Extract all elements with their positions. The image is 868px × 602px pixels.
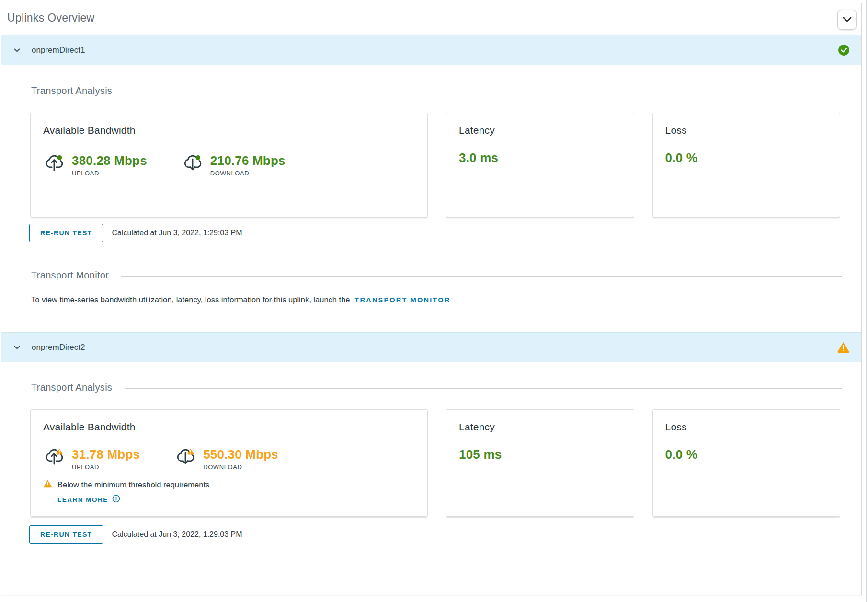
rerun-row: RE-RUN TEST Calculated at Jun 3, 2022, 1… <box>29 224 861 242</box>
upload-value: 31.78 Mbps <box>72 447 140 462</box>
cloud-download-icon <box>174 445 196 471</box>
uplink-row-onpremdirect2[interactable]: onpremDirect2 <box>1 332 861 362</box>
loss-value: 0.0 % <box>665 447 828 462</box>
page-title: Uplinks Overview <box>7 10 94 24</box>
calculated-at-text: Calculated at Jun 3, 2022, 1:29:03 PM <box>112 530 242 539</box>
transport-monitor-text: To view time-series bandwidth utilizatio… <box>31 295 833 304</box>
calculated-at-text: Calculated at Jun 3, 2022, 1:29:03 PM <box>112 229 242 237</box>
bandwidth-warning-row: Below the minimum threshold requirements <box>43 479 415 490</box>
section-title: Transport Monitor <box>31 270 109 281</box>
uplink-name: onpremDirect2 <box>32 343 85 352</box>
latency-value: 3.0 ms <box>459 150 621 165</box>
latency-card: Latency 3.0 ms <box>446 113 634 217</box>
cloud-upload-icon <box>43 445 65 471</box>
download-label: DOWNLOAD <box>203 463 278 471</box>
heading-rule <box>125 92 842 92</box>
upload-label: UPLOAD <box>72 463 140 471</box>
learn-more-link[interactable]: LEARN MORE <box>57 496 108 503</box>
warning-triangle-icon <box>43 479 52 490</box>
monitor-description: To view time-series bandwidth utilizatio… <box>31 295 350 304</box>
heading-rule <box>125 388 842 389</box>
transport-monitor-heading: Transport Monitor <box>31 270 842 281</box>
warning-message: Below the minimum threshold requirements <box>57 480 209 489</box>
loss-card: Loss 0.0 % <box>652 113 841 217</box>
learn-more-row: LEARN MORE <box>57 495 415 505</box>
rerun-row: RE-RUN TEST Calculated at Jun 3, 2022, 1… <box>29 525 861 544</box>
rerun-test-button[interactable]: RE-RUN TEST <box>29 224 103 242</box>
status-dot <box>195 155 200 160</box>
latency-value: 105 ms <box>459 447 621 462</box>
cloud-upload-icon <box>43 151 65 177</box>
info-circle-icon[interactable] <box>112 495 120 505</box>
upload-label: UPLOAD <box>72 170 147 177</box>
card-title: Latency <box>459 421 621 433</box>
card-title: Latency <box>459 125 621 136</box>
transport-analysis-heading: Transport Analysis <box>31 85 842 96</box>
download-value: 210.76 Mbps <box>210 153 286 168</box>
card-title: Available Bandwidth <box>43 125 415 136</box>
upload-value: 380.28 Mbps <box>72 153 147 168</box>
section-title: Transport Analysis <box>31 85 112 96</box>
card-title: Available Bandwidth <box>43 421 415 433</box>
success-check-icon <box>838 44 850 56</box>
status-dot <box>57 155 62 160</box>
transport-analysis-cards: Available Bandwidth <box>30 409 840 517</box>
download-value: 550.30 Mbps <box>203 447 278 462</box>
heading-rule <box>121 276 842 277</box>
panel-header: Uplinks Overview <box>1 3 861 35</box>
download-metric: 210.76 Mbps DOWNLOAD <box>182 151 286 177</box>
latency-card: Latency 105 ms <box>446 409 634 517</box>
uplinks-overview-panel: Uplinks Overview onpremDirect1 Transport… <box>1 3 862 595</box>
upload-metric: 380.28 Mbps UPLOAD <box>43 151 147 177</box>
chevron-down-icon <box>14 48 20 52</box>
scroll-edge-line <box>866 0 867 602</box>
upload-metric: 31.78 Mbps UPLOAD <box>43 445 140 471</box>
card-title: Loss <box>665 421 828 433</box>
available-bandwidth-card: Available Bandwidth <box>30 409 428 517</box>
uplink-row-onpremdirect1[interactable]: onpremDirect1 <box>1 35 861 65</box>
transport-analysis-heading: Transport Analysis <box>31 382 842 393</box>
chevron-down-icon <box>843 16 852 23</box>
uplink-section-onpremdirect1: onpremDirect1 Transport Analysis Availab… <box>1 35 861 304</box>
uplink-section-onpremdirect2: onpremDirect2 Transport Analysis Availab… <box>1 332 861 563</box>
loss-card: Loss 0.0 % <box>652 409 841 517</box>
warning-triangle-icon <box>837 341 850 353</box>
section-title: Transport Analysis <box>31 382 112 393</box>
panel-collapse-button[interactable] <box>837 10 857 30</box>
chevron-down-icon <box>14 346 20 349</box>
rerun-test-button[interactable]: RE-RUN TEST <box>29 525 103 544</box>
loss-value: 0.0 % <box>665 150 828 165</box>
download-label: DOWNLOAD <box>210 170 286 177</box>
download-metric: 550.30 Mbps DOWNLOAD <box>174 445 278 471</box>
available-bandwidth-card: Available Bandwidth <box>30 113 428 217</box>
cloud-download-icon <box>182 151 204 177</box>
card-title: Loss <box>665 125 828 136</box>
transport-monitor-link[interactable]: TRANSPORT MONITOR <box>355 296 451 304</box>
transport-analysis-cards: Available Bandwidth <box>30 113 840 217</box>
uplink-name: onpremDirect1 <box>32 46 85 55</box>
